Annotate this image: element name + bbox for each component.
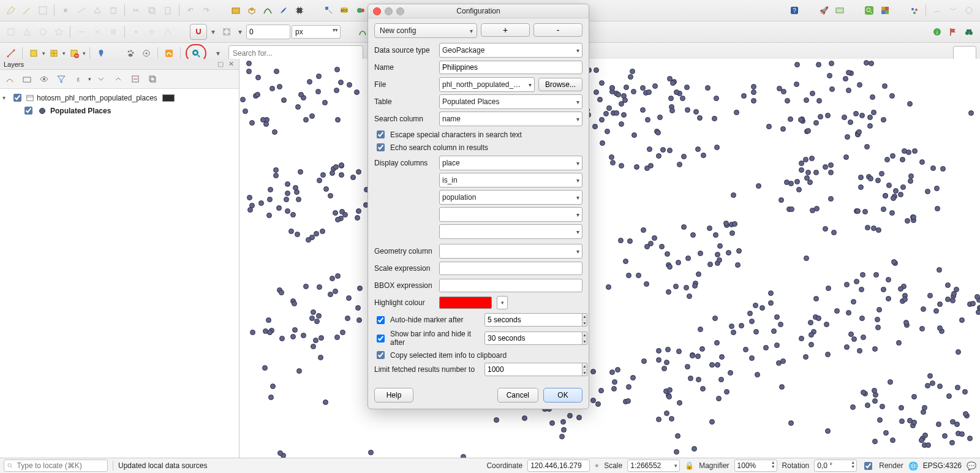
shape3-icon[interactable] (36, 25, 50, 39)
snap-grid-dd[interactable]: ▾ (235, 25, 245, 39)
minimize-window-icon[interactable] (385, 7, 393, 15)
shape6-icon[interactable] (90, 25, 105, 39)
display-col-3[interactable]: population (439, 190, 582, 205)
display-col-1[interactable]: place (439, 156, 582, 170)
data-source-type-select[interactable]: GeoPackage (439, 43, 582, 58)
puzzle-icon[interactable] (878, 3, 892, 18)
edit-line-icon[interactable] (20, 3, 34, 18)
copy-icon[interactable] (145, 3, 159, 18)
echo-checkbox[interactable] (377, 143, 385, 151)
snap-grid-icon[interactable] (219, 25, 234, 39)
zoom-green-icon[interactable] (862, 3, 876, 18)
arc3-icon[interactable] (962, 3, 976, 18)
globe-icon[interactable]: 🌐 (908, 461, 918, 471)
rocket-icon[interactable]: 🚀 (816, 3, 831, 18)
display-col-2[interactable]: is_in (439, 173, 582, 187)
layer-expand-icon[interactable] (94, 72, 108, 86)
name-input[interactable] (439, 61, 582, 74)
highlight-colour-dd[interactable]: ▾ (497, 296, 508, 309)
shape1-icon[interactable] (4, 25, 18, 39)
arc-icon[interactable] (930, 3, 944, 18)
undo-icon[interactable]: ↶ (183, 3, 198, 18)
shape4-icon[interactable] (51, 25, 66, 39)
layer-visibility-checkbox[interactable] (24, 107, 32, 115)
layer-collapse-icon[interactable] (111, 72, 126, 86)
add-polygon-icon[interactable] (90, 3, 105, 18)
arc2-icon[interactable] (946, 3, 960, 18)
cancel-button[interactable]: Cancel (497, 388, 538, 403)
showbar-spin[interactable]: ▲▼ (484, 331, 582, 345)
curve-icon[interactable] (260, 3, 275, 18)
locator-input[interactable] (16, 461, 105, 471)
coord-value[interactable]: 120.446,16.279 (527, 460, 590, 472)
panel-close-icon[interactable]: ✕ (227, 60, 235, 68)
autohide-value[interactable] (484, 313, 582, 327)
layer-group-row[interactable]: ▾ hotosm_phl_north_populated_places (1, 91, 238, 104)
layer-style-icon[interactable] (2, 72, 17, 86)
layer-visibility-icon[interactable] (37, 72, 51, 86)
disclosure-icon[interactable]: ▾ (2, 94, 9, 101)
bbox-expression-input[interactable] (439, 279, 582, 292)
copyclip-checkbox[interactable] (377, 351, 385, 359)
group-visibility-checkbox[interactable] (13, 94, 21, 102)
scale-value[interactable]: 1:266552▾ (627, 460, 680, 472)
delete-feature-icon[interactable] (106, 3, 121, 18)
locator-box[interactable] (4, 460, 108, 472)
add-config-button[interactable]: + (481, 23, 530, 37)
add-line-icon[interactable] (74, 3, 89, 18)
autohide-checkbox[interactable] (377, 316, 385, 324)
add-point-icon[interactable] (58, 3, 73, 18)
binoculars-icon[interactable] (962, 25, 976, 39)
label-icon[interactable]: abc (337, 3, 352, 18)
shape7-icon[interactable] (106, 25, 121, 39)
layer-remove-icon[interactable] (128, 72, 143, 86)
showbar-checkbox[interactable] (377, 335, 385, 342)
paste-icon[interactable] (160, 3, 175, 18)
snap-tolerance-input[interactable] (246, 25, 290, 39)
node-move-icon[interactable] (322, 3, 336, 18)
snap-options-dd[interactable]: ▾ (208, 25, 218, 39)
geometry-column-select[interactable] (439, 244, 582, 259)
zoom-window-icon[interactable] (396, 7, 404, 15)
layer-preview-icon[interactable] (832, 3, 847, 18)
layer-row[interactable]: Populated Places (1, 104, 238, 117)
panel-undock-icon[interactable]: ▢ (216, 60, 225, 68)
discovery-search-icon[interactable] (189, 47, 203, 60)
file-select[interactable]: phl_north_populated_places.gpkg (439, 77, 535, 92)
scale-expression-input[interactable] (439, 262, 582, 275)
browse-button[interactable]: Browse... (538, 78, 582, 91)
highlight-colour-swatch[interactable] (439, 297, 492, 309)
shape9-icon[interactable] (145, 25, 159, 39)
cut-icon[interactable]: ✂ (129, 3, 143, 18)
magnifier-value[interactable]: 100%▲▼ (734, 460, 777, 472)
shape2-icon[interactable] (20, 25, 34, 39)
limit-value[interactable] (484, 363, 582, 376)
crs-label[interactable]: EPSG:4326 (923, 461, 962, 470)
dots-icon[interactable] (907, 3, 922, 18)
escape-checkbox[interactable] (377, 131, 385, 138)
layer-expr-icon[interactable]: ε (71, 72, 86, 86)
help-icon[interactable]: ? (787, 3, 802, 18)
display-col-4[interactable] (439, 207, 582, 222)
globe-green-icon[interactable] (353, 3, 368, 18)
box-stack-icon[interactable] (244, 3, 259, 18)
render-checkbox[interactable] (864, 462, 872, 470)
layers-tree[interactable]: ▾ hotosm_phl_north_populated_places Popu… (0, 89, 239, 458)
shape10-icon[interactable] (160, 25, 175, 39)
limit-spin[interactable]: ▲▼ (484, 363, 582, 376)
remove-config-button[interactable]: - (533, 23, 582, 37)
table-select[interactable]: Populated Places (439, 94, 582, 109)
rotation-value[interactable]: 0,0 °▲▼ (814, 460, 857, 472)
lock-icon[interactable]: 🔒 (685, 461, 694, 470)
close-window-icon[interactable] (373, 7, 381, 15)
flag-icon[interactable] (946, 25, 960, 39)
help-button[interactable]: Help (374, 388, 413, 403)
chip-icon[interactable] (292, 3, 307, 18)
search-input[interactable] (232, 48, 360, 58)
pencil-icon[interactable] (4, 3, 18, 18)
shape5-icon[interactable] (74, 25, 89, 39)
search-column-select[interactable]: name (439, 112, 582, 126)
redo-icon[interactable]: ↷ (199, 3, 214, 18)
messages-icon[interactable]: 💬 (967, 461, 976, 471)
config-selector[interactable]: New config (374, 23, 477, 38)
